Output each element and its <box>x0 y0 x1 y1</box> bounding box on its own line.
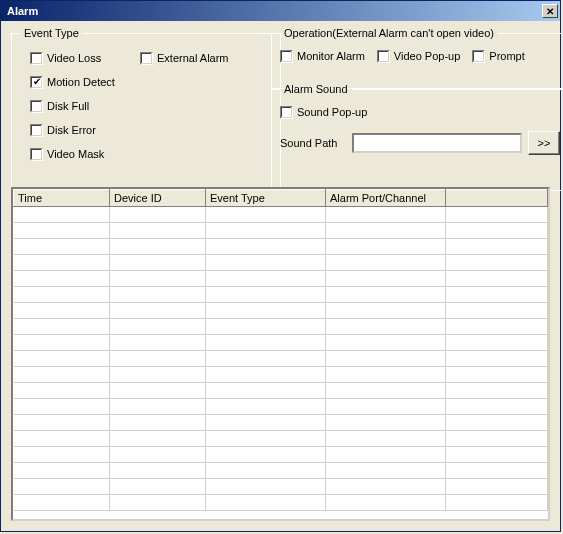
close-icon: ✕ <box>546 6 554 17</box>
operation-legend: Operation(External Alarm can't open vide… <box>280 27 498 39</box>
table-cell <box>110 351 206 367</box>
table-row[interactable] <box>14 207 548 223</box>
alarm-sound-legend: Alarm Sound <box>280 83 352 95</box>
table-row[interactable] <box>14 431 548 447</box>
table-row[interactable] <box>14 479 548 495</box>
col-alarm-port[interactable]: Alarm Port/Channel <box>326 190 446 207</box>
table-cell <box>206 271 326 287</box>
checkbox-label: Video Pop-up <box>394 50 460 62</box>
table-cell <box>110 447 206 463</box>
table-cell <box>110 287 206 303</box>
table-row[interactable] <box>14 287 548 303</box>
col-extra[interactable] <box>446 190 548 207</box>
table-cell <box>446 271 548 287</box>
sound-popup-checkbox[interactable]: Sound Pop-up <box>280 103 560 121</box>
table-header-row: Time Device ID Event Type Alarm Port/Cha… <box>14 190 548 207</box>
table-cell <box>206 223 326 239</box>
checkbox-icon <box>30 148 43 161</box>
table-cell <box>14 319 110 335</box>
table-cell <box>14 255 110 271</box>
table-cell <box>110 383 206 399</box>
checkbox-icon: ✔ <box>30 76 43 89</box>
table-cell <box>446 399 548 415</box>
table-cell <box>326 367 446 383</box>
table-cell <box>110 271 206 287</box>
col-device-id[interactable]: Device ID <box>110 190 206 207</box>
table-cell <box>326 239 446 255</box>
table-row[interactable] <box>14 303 548 319</box>
table-cell <box>326 287 446 303</box>
disk-full-checkbox[interactable]: Disk Full <box>30 97 89 115</box>
table-cell <box>110 335 206 351</box>
sound-path-row: Sound Path >> <box>280 131 560 155</box>
table-row[interactable] <box>14 367 548 383</box>
table-cell <box>446 239 548 255</box>
table-cell <box>206 207 326 223</box>
table-row[interactable] <box>14 447 548 463</box>
table-row[interactable] <box>14 383 548 399</box>
sound-path-input[interactable] <box>352 133 522 153</box>
video-mask-checkbox[interactable]: Video Mask <box>30 145 104 163</box>
checkbox-icon <box>472 50 485 63</box>
table-cell <box>446 287 548 303</box>
close-button[interactable]: ✕ <box>542 4 558 18</box>
table-cell <box>14 415 110 431</box>
table-row[interactable] <box>14 319 548 335</box>
table-cell <box>14 239 110 255</box>
event-type-group: Event Type Video Loss External Alarm <box>11 27 281 191</box>
table-row[interactable] <box>14 399 548 415</box>
table-row[interactable] <box>14 335 548 351</box>
table-cell <box>326 335 446 351</box>
checkbox-label: Sound Pop-up <box>297 106 367 118</box>
table-row[interactable] <box>14 271 548 287</box>
table-row[interactable] <box>14 415 548 431</box>
table-cell <box>326 447 446 463</box>
table-cell <box>326 271 446 287</box>
browse-button[interactable]: >> <box>528 131 560 155</box>
checkbox-icon <box>140 52 153 65</box>
table-cell <box>14 463 110 479</box>
disk-error-checkbox[interactable]: Disk Error <box>30 121 96 139</box>
table-cell <box>326 399 446 415</box>
checkbox-label: Disk Error <box>47 124 96 136</box>
monitor-alarm-checkbox[interactable]: Monitor Alarm <box>280 47 365 65</box>
video-popup-checkbox[interactable]: Video Pop-up <box>377 47 460 65</box>
table-cell <box>446 335 548 351</box>
table-cell <box>206 303 326 319</box>
table-cell <box>326 415 446 431</box>
table-cell <box>14 271 110 287</box>
titlebar: Alarm ✕ <box>1 1 560 21</box>
table-cell <box>14 287 110 303</box>
prompt-checkbox[interactable]: Prompt <box>472 47 524 65</box>
table-row[interactable] <box>14 351 548 367</box>
table-row[interactable] <box>14 239 548 255</box>
table-cell <box>326 463 446 479</box>
table-cell <box>206 463 326 479</box>
motion-detect-checkbox[interactable]: ✔ Motion Detect <box>30 73 115 91</box>
table-row[interactable] <box>14 495 548 511</box>
video-loss-checkbox[interactable]: Video Loss <box>30 49 101 67</box>
table-row[interactable] <box>14 223 548 239</box>
table-cell <box>14 367 110 383</box>
col-time[interactable]: Time <box>14 190 110 207</box>
table-cell <box>446 303 548 319</box>
table-cell <box>326 479 446 495</box>
table-cell <box>446 495 548 511</box>
sound-path-label: Sound Path <box>280 137 346 149</box>
content-area: Event Type Video Loss External Alarm <box>7 23 554 525</box>
table-cell <box>14 351 110 367</box>
table-cell <box>446 207 548 223</box>
table-cell <box>446 415 548 431</box>
table-cell <box>14 303 110 319</box>
table-row[interactable] <box>14 463 548 479</box>
table-row[interactable] <box>14 255 548 271</box>
table-cell <box>326 351 446 367</box>
checkbox-label: Motion Detect <box>47 76 115 88</box>
table-cell <box>14 223 110 239</box>
col-event-type[interactable]: Event Type <box>206 190 326 207</box>
external-alarm-checkbox[interactable]: External Alarm <box>140 49 229 67</box>
table-cell <box>206 335 326 351</box>
table-cell <box>14 383 110 399</box>
table-cell <box>206 367 326 383</box>
table-cell <box>110 479 206 495</box>
